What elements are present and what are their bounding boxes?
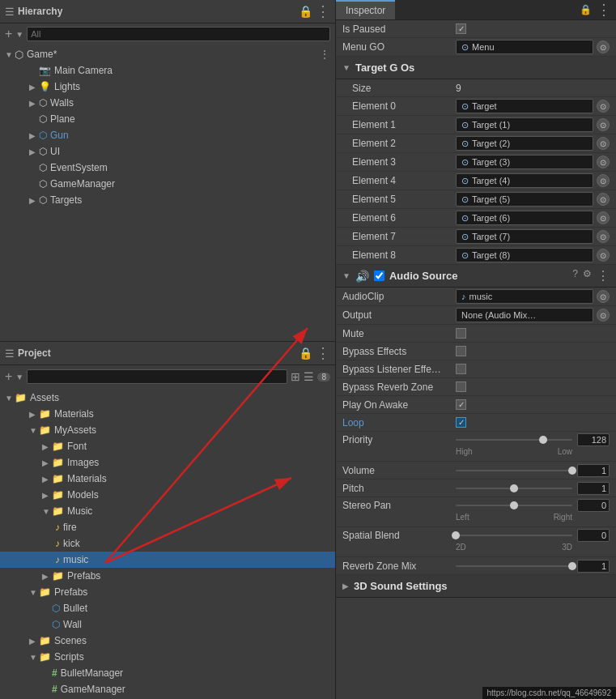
output-picker[interactable]: ⊙	[597, 309, 610, 322]
element6-field[interactable]: ⊙ Target (6)	[456, 211, 593, 225]
element0-field[interactable]: ⊙ Target	[456, 99, 593, 113]
inspector-tab[interactable]: Inspector	[336, 0, 395, 19]
hierarchy-item-targets[interactable]: ▶ ⬡ Targets	[0, 192, 335, 208]
priority-value-field[interactable]	[577, 433, 610, 446]
play-on-awake-checkbox[interactable]	[456, 399, 466, 410]
hierarchy-item-game[interactable]: ▼ ⬡ Game* ⋮	[0, 46, 335, 62]
menu-go-field[interactable]: ⊙ Menu	[456, 40, 593, 54]
bypass-reverb-checkbox[interactable]	[456, 381, 466, 392]
settings-icon[interactable]: ⚙	[583, 268, 592, 283]
project-item-prefabs-inner[interactable]: ▶ 📁 Prefabs	[0, 568, 335, 584]
stereo-slider-track[interactable]	[456, 505, 572, 506]
element6-picker[interactable]: ⊙	[597, 211, 610, 224]
spatial-slider-thumb[interactable]	[452, 531, 460, 539]
project-item-materials-root[interactable]: ▶ 📁 Materials	[0, 406, 335, 422]
pitch-slider-thumb[interactable]	[510, 484, 518, 492]
hierarchy-item-plane[interactable]: ▶ ⬡ Plane	[0, 111, 335, 127]
hierarchy-item-ui[interactable]: ▶ ⬡ UI	[0, 143, 335, 160]
project-item-kick[interactable]: ▶ ♪ kick	[0, 535, 335, 552]
down-arrow-project-icon[interactable]: ▼	[15, 373, 23, 381]
reverb-slider-thumb[interactable]	[568, 562, 576, 570]
project-item-scripts[interactable]: ▼ 📁 Scripts	[0, 649, 335, 665]
element7-field[interactable]: ⊙ Target (7)	[456, 229, 593, 244]
element1-field[interactable]: ⊙ Target (1)	[456, 117, 593, 132]
project-item-materials-inner[interactable]: ▶ 📁 Materials	[0, 471, 335, 487]
hierarchy-menu-icon[interactable]: ⋮	[316, 2, 330, 20]
pitch-slider-track[interactable]	[456, 488, 572, 489]
volume-slider-track[interactable]	[456, 470, 572, 471]
help-icon[interactable]: ?	[572, 268, 578, 283]
inspector-menu-icon[interactable]: ⋮	[597, 1, 611, 19]
pitch-value-field[interactable]	[577, 482, 610, 495]
project-item-bullet[interactable]: ▶ ⬡ Bullet	[0, 600, 335, 616]
hierarchy-item-lights[interactable]: ▶ 💡 Lights	[0, 79, 335, 95]
audioclip-picker[interactable]: ⊙	[597, 290, 610, 303]
hierarchy-item-walls[interactable]: ▶ ⬡ Walls	[0, 95, 335, 111]
down-arrow-icon[interactable]: ▼	[15, 30, 23, 39]
audio-source-enabled-checkbox[interactable]	[374, 271, 384, 281]
more-icon[interactable]: ⋮	[597, 268, 610, 283]
element5-field[interactable]: ⊙ Target (5)	[456, 192, 593, 207]
project-item-font[interactable]: ▶ 📁 Font	[0, 438, 335, 454]
project-item-fire[interactable]: ▶ ♪ fire	[0, 519, 335, 535]
lock-icon[interactable]: 🔒	[299, 5, 312, 18]
project-item-wall[interactable]: ▶ ⬡ Wall	[0, 616, 335, 633]
priority-slider-track[interactable]	[456, 439, 572, 441]
view-icon[interactable]: ⊞	[291, 370, 300, 383]
element4-field[interactable]: ⊙ Target (4)	[456, 173, 593, 188]
add-icon[interactable]: +	[5, 27, 12, 41]
loop-checkbox[interactable]	[456, 417, 466, 428]
reverb-slider-track[interactable]	[456, 565, 572, 567]
project-item-prefabs-root[interactable]: ▼ 📁 Prefabs	[0, 584, 335, 600]
menu-go-picker[interactable]: ⊙	[597, 40, 610, 53]
output-field[interactable]: None (Audio Mix…	[456, 308, 593, 322]
mute-checkbox[interactable]	[456, 328, 466, 339]
element2-field[interactable]: ⊙ Target (2)	[456, 136, 593, 151]
element1-picker[interactable]: ⊙	[597, 118, 610, 131]
project-item-scenes[interactable]: ▶ 📁 Scenes	[0, 633, 335, 649]
element3-picker[interactable]: ⊙	[597, 156, 610, 168]
project-item-models[interactable]: ▶ 📁 Models	[0, 487, 335, 503]
lock-inspector-icon[interactable]: 🔒	[580, 4, 592, 15]
bypass-effects-checkbox[interactable]	[456, 346, 466, 356]
lock-icon-project[interactable]: 🔒	[299, 347, 312, 360]
hierarchy-search[interactable]	[27, 27, 330, 41]
spatial-value-field[interactable]	[577, 529, 610, 542]
project-search-input[interactable]	[27, 369, 287, 384]
element8-picker[interactable]: ⊙	[597, 249, 610, 262]
project-item-bulletmanager[interactable]: ▶ # BulletManager	[0, 665, 335, 681]
element7-picker[interactable]: ⊙	[597, 230, 610, 243]
hierarchy-item-gun[interactable]: ▶ ⬡ Gun	[0, 127, 335, 143]
spatial-slider-track[interactable]	[456, 535, 572, 536]
project-item-music[interactable]: ▼ 📁 Music	[0, 503, 335, 519]
element5-picker[interactable]: ⊙	[597, 193, 610, 206]
stereo-slider-thumb[interactable]	[510, 501, 518, 509]
element3-field[interactable]: ⊙ Target (3)	[456, 155, 593, 169]
sound-settings-section[interactable]: ▶ 3D Sound Settings	[336, 575, 616, 598]
project-item-myassets[interactable]: ▼ 📁 MyAssets	[0, 422, 335, 438]
item-menu-icon[interactable]: ⋮	[319, 48, 335, 61]
project-item-images[interactable]: ▶ 📁 Images	[0, 454, 335, 471]
hierarchy-item-gamemanager[interactable]: ▶ ⬡ GameManager	[0, 176, 335, 192]
add-project-icon[interactable]: +	[5, 369, 12, 384]
project-item-assets[interactable]: ▼ 📁 Assets	[0, 390, 335, 406]
stereo-value-field[interactable]	[577, 499, 610, 512]
expand-arrow: ▶	[42, 442, 52, 451]
element0-picker[interactable]: ⊙	[597, 100, 610, 113]
hierarchy-item-main-camera[interactable]: ▶ 📷 Main Camera	[0, 62, 335, 79]
volume-value-field[interactable]	[577, 464, 610, 477]
project-menu-icon[interactable]: ⋮	[316, 344, 330, 362]
reverb-value-field[interactable]	[577, 560, 610, 573]
is-paused-checkbox[interactable]	[456, 23, 466, 34]
element2-picker[interactable]: ⊙	[597, 137, 610, 150]
project-item-gamemanager-script[interactable]: ▶ # GameManager	[0, 681, 335, 697]
priority-slider-thumb[interactable]	[539, 436, 547, 444]
volume-slider-thumb[interactable]	[568, 467, 576, 475]
audioclip-field[interactable]: ♪ music	[456, 289, 593, 304]
project-item-music-file[interactable]: ▶ ♪ music	[0, 552, 335, 568]
filter-icon[interactable]: ☰	[304, 370, 314, 383]
element4-picker[interactable]: ⊙	[597, 174, 610, 187]
bypass-listener-checkbox[interactable]	[456, 364, 466, 374]
element8-field[interactable]: ⊙ Target (8)	[456, 248, 593, 262]
hierarchy-item-eventsystem[interactable]: ▶ ⬡ EventSystem	[0, 160, 335, 176]
